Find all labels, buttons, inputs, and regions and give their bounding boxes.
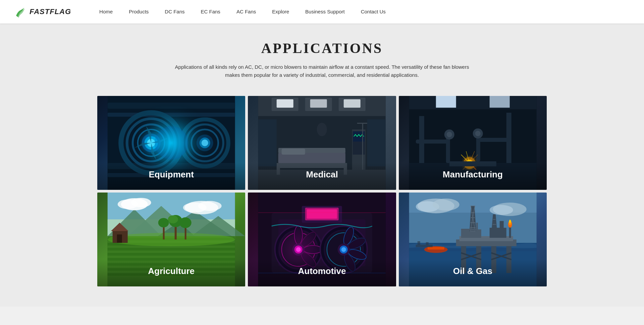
- svg-rect-38: [258, 119, 277, 166]
- svg-point-91: [168, 215, 178, 223]
- app-card-manufacturing[interactable]: Manufacturing: [399, 96, 547, 190]
- svg-point-145: [489, 205, 513, 215]
- nav-link-explore[interactable]: Explore: [264, 0, 297, 23]
- nav-item-contact-us[interactable]: Contact Us: [353, 0, 394, 23]
- nav-item-ac-fans[interactable]: AC Fans: [228, 0, 264, 23]
- app-card-agriculture[interactable]: Agriculture: [97, 193, 245, 286]
- nav-link-ec-fans[interactable]: EC Fans: [193, 0, 228, 23]
- svg-rect-39: [367, 119, 386, 166]
- svg-rect-173: [476, 223, 478, 231]
- svg-rect-98: [117, 234, 122, 243]
- svg-rect-82: [108, 248, 235, 251]
- svg-point-40: [317, 123, 327, 136]
- svg-rect-168: [509, 226, 511, 238]
- svg-rect-23: [277, 99, 293, 108]
- logo-link[interactable]: FASTFLAG: [13, 5, 71, 18]
- svg-rect-42: [409, 96, 536, 109]
- svg-point-17: [202, 140, 208, 146]
- svg-rect-178: [426, 242, 428, 245]
- nav-link-contact-us[interactable]: Contact Us: [353, 0, 394, 23]
- nav-item-dc-fans[interactable]: DC Fans: [157, 0, 193, 23]
- svg-rect-24: [310, 99, 327, 108]
- svg-rect-175: [427, 247, 444, 250]
- main-content: APPLICATIONS Applications of all kinds r…: [0, 23, 644, 307]
- logo-icon: [13, 5, 27, 18]
- nav-link-business-support[interactable]: Business Support: [297, 0, 353, 23]
- svg-rect-25: [344, 99, 361, 108]
- nav-link-ac-fans[interactable]: AC Fans: [228, 0, 264, 23]
- svg-rect-44: [489, 96, 509, 108]
- svg-rect-32: [282, 149, 305, 155]
- svg-point-133: [341, 247, 346, 252]
- app-card-label-medical: Medical: [248, 163, 396, 190]
- applications-grid: Equipment: [97, 96, 547, 286]
- app-card-label-agriculture: Agriculture: [97, 259, 245, 286]
- svg-point-95: [158, 218, 169, 227]
- svg-rect-48: [446, 136, 450, 163]
- app-card-label-automotive: Automotive: [248, 259, 396, 286]
- app-card-label-oil-gas: Oil & Gas: [399, 259, 547, 286]
- app-card-equipment[interactable]: Equipment: [97, 96, 245, 190]
- nav-item-ec-fans[interactable]: EC Fans: [193, 0, 228, 23]
- svg-point-171: [509, 220, 511, 223]
- nav-item-explore[interactable]: Explore: [264, 0, 297, 23]
- svg-point-143: [432, 199, 459, 211]
- brand-name: FASTFLAG: [30, 7, 71, 16]
- nav-item-business-support[interactable]: Business Support: [297, 0, 353, 23]
- app-card-automotive[interactable]: Automotive: [248, 193, 396, 286]
- page-title: APPLICATIONS: [13, 40, 631, 56]
- nav-link-products[interactable]: Products: [121, 0, 157, 23]
- svg-rect-37: [357, 123, 368, 124]
- svg-rect-105: [307, 209, 337, 219]
- svg-rect-1: [108, 103, 235, 109]
- nav-link-home[interactable]: Home: [91, 0, 121, 23]
- svg-point-75: [131, 198, 151, 207]
- navbar: FASTFLAG Home Products DC Fans EC Fans A…: [0, 0, 644, 23]
- app-card-label-manufacturing: Manufacturing: [399, 163, 547, 190]
- nav-links: Home Products DC Fans EC Fans AC Fans Ex…: [91, 0, 394, 23]
- page-subtitle: Applications of all kinds rely on AC, DC…: [171, 63, 473, 79]
- svg-rect-52: [476, 138, 509, 142]
- nav-link-dc-fans[interactable]: DC Fans: [157, 0, 193, 23]
- app-card-medical[interactable]: Medical: [248, 96, 396, 190]
- svg-point-55: [475, 131, 480, 136]
- svg-rect-53: [476, 134, 480, 161]
- svg-rect-83: [108, 253, 235, 256]
- svg-point-93: [179, 217, 192, 228]
- app-card-label-equipment: Equipment: [97, 163, 245, 190]
- svg-rect-47: [416, 140, 449, 144]
- svg-rect-158: [499, 221, 503, 229]
- nav-item-home[interactable]: Home: [91, 0, 121, 23]
- svg-point-78: [198, 201, 222, 211]
- app-card-oil-gas[interactable]: Oil & Gas: [399, 193, 547, 286]
- svg-point-50: [446, 132, 452, 137]
- svg-rect-172: [461, 229, 478, 230]
- svg-rect-2: [108, 113, 235, 117]
- svg-rect-177: [417, 241, 420, 245]
- svg-rect-43: [436, 96, 456, 108]
- nav-item-products[interactable]: Products: [121, 0, 157, 23]
